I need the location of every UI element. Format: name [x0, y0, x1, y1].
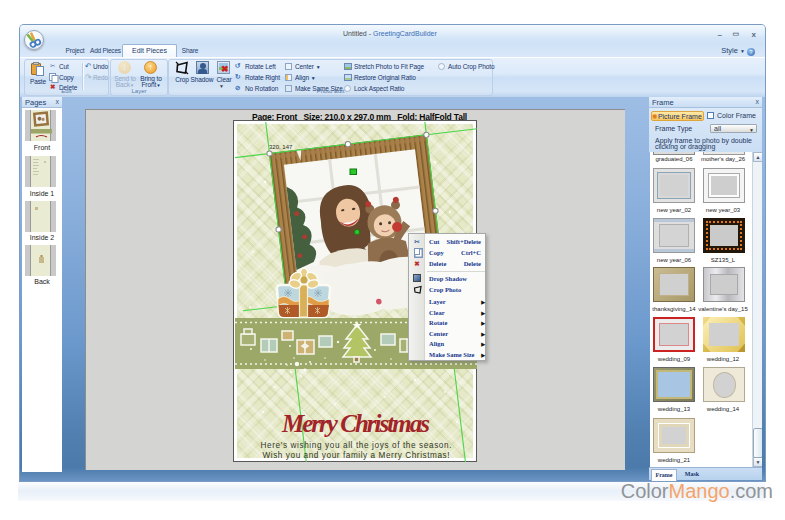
svg-text:Wish you and your family a Mer: Wish you and your family a Merry Christm… [263, 451, 450, 460]
svg-text:Here's wishing you all the joy: Here's wishing you all the joys of the s… [261, 441, 452, 450]
svg-text:320, 147: 320, 147 [269, 144, 293, 150]
svg-text:Merry Christmas: Merry Christmas [281, 410, 430, 437]
